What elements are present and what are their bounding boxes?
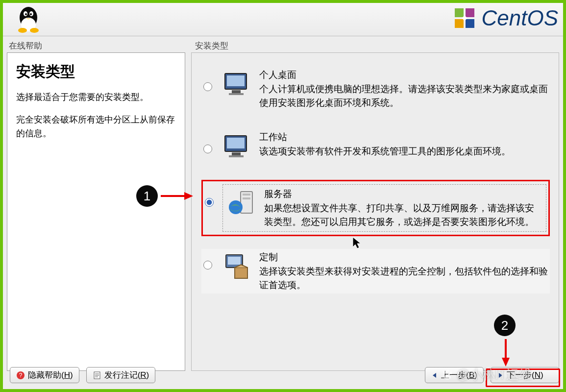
svg-text:?: ?: [19, 372, 23, 379]
next-button[interactable]: 下一步(N): [491, 367, 559, 383]
svg-rect-23: [243, 197, 250, 199]
brand-text: CentOS: [481, 6, 558, 30]
custom-icon: [221, 251, 252, 282]
svg-point-7: [30, 28, 39, 33]
svg-rect-16: [229, 93, 244, 95]
svg-rect-26: [228, 257, 241, 265]
workstation-icon: [221, 131, 252, 162]
svg-rect-11: [466, 19, 474, 28]
option-desc: 个人计算机或便携电脑的理想选择。请选择该安装类型来为家庭或桌面使用安装图形化桌面…: [259, 82, 548, 109]
hide-help-button[interactable]: ? 隐藏帮助(H): [10, 367, 79, 383]
tux-icon: [14, 4, 43, 34]
help-panel-label: 在线帮助: [9, 40, 185, 51]
option-title: 服务器: [264, 188, 543, 200]
radio-server[interactable]: [205, 198, 214, 207]
annotation-arrow-2: [500, 338, 512, 368]
svg-point-5: [30, 13, 32, 15]
svg-point-6: [18, 28, 27, 33]
option-desc: 如果您想设置文件共享、打印共享、以及万维网服务，请选择该安装类型。您还可以启用其…: [264, 201, 543, 228]
option-title: 个人桌面: [259, 69, 548, 81]
option-title: 定制: [259, 251, 548, 264]
help-paragraph: 选择最适合于您需要的安装类型。: [16, 91, 176, 104]
triangle-right-icon: [497, 372, 504, 379]
cursor-icon: [352, 236, 362, 249]
svg-rect-19: [232, 152, 241, 155]
svg-rect-18: [227, 138, 245, 148]
option-desc: 该选项安装带有软件开发和系统管理工具的图形化桌面环境。: [259, 145, 548, 158]
svg-rect-27: [235, 268, 247, 278]
annotation-badge-1: 1: [136, 185, 158, 207]
svg-rect-20: [229, 155, 244, 157]
back-button[interactable]: 上一步(B): [425, 367, 484, 383]
help-title: 安装类型: [16, 62, 176, 82]
release-notes-button[interactable]: 发行注记(R): [86, 367, 156, 383]
notes-icon: [93, 371, 101, 380]
help-paragraph: 完全安装会破坏所有选中分区上从前保存的信息。: [16, 113, 176, 141]
option-custom[interactable]: 定制 选择该安装类型来获得对安装进程的完全控制，包括软件包的选择和验证首选项。: [201, 249, 550, 294]
brand-area: CentOS: [453, 6, 558, 30]
radio-desktop[interactable]: [203, 82, 212, 91]
radio-workstation[interactable]: [203, 145, 212, 153]
svg-rect-9: [466, 8, 474, 17]
svg-rect-22: [243, 194, 250, 196]
radio-custom[interactable]: [203, 261, 212, 270]
help-panel: 安装类型 选择最适合于您需要的安装类型。 完全安装会破坏所有选中分区上从前保存的…: [7, 52, 185, 371]
annotation-badge-2: 2: [494, 315, 516, 336]
option-desc: 选择该安装类型来获得对安装进程的完全控制，包括软件包的选择和验证首选项。: [259, 265, 548, 292]
option-workstation[interactable]: 工作站 该选项安装带有软件开发和系统管理工具的图形化桌面环境。: [201, 127, 550, 166]
svg-rect-14: [227, 75, 245, 86]
group-label: 安装类型: [195, 40, 559, 51]
option-server[interactable]: 服务器 如果您想设置文件共享、打印共享、以及万维网服务，请选择该安装类型。您还可…: [201, 180, 550, 236]
triangle-left-icon: [431, 372, 438, 379]
server-icon: [226, 188, 257, 219]
svg-rect-8: [455, 8, 464, 17]
svg-point-4: [25, 13, 27, 15]
svg-point-24: [229, 200, 243, 214]
header-bar: CentOS: [3, 3, 563, 36]
footer-nav: ? 隐藏帮助(H) 发行注记(R) 上一步(B) 下一步(N): [6, 364, 563, 386]
svg-rect-15: [232, 90, 241, 93]
help-icon: ?: [16, 371, 25, 380]
desktop-icon: [221, 69, 252, 100]
option-title: 工作站: [259, 131, 548, 144]
svg-rect-10: [455, 19, 464, 28]
option-desktop[interactable]: 个人桌面 个人计算机或便携电脑的理想选择。请选择该安装类型来为家庭或桌面使用安装…: [201, 65, 550, 113]
annotation-arrow-1: [160, 190, 194, 202]
centos-logo-icon: [453, 6, 476, 30]
